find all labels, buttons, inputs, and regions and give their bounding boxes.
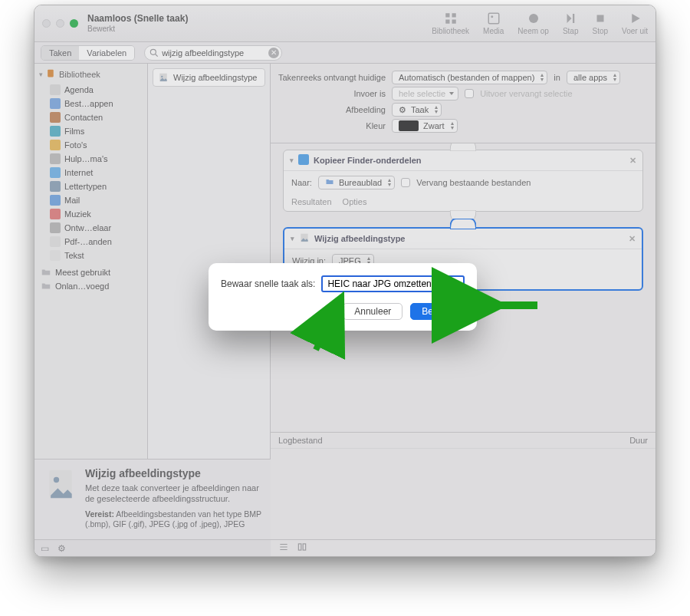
window-title: Naamloos (Snelle taak)	[87, 14, 188, 24]
output-replace-checkbox[interactable]	[465, 89, 474, 98]
replace-existing-checkbox[interactable]	[401, 178, 410, 187]
minimize-window-icon[interactable]	[56, 19, 64, 28]
app-icon	[50, 222, 61, 233]
library-item-photos[interactable]: Foto's	[38, 138, 144, 152]
app-icon	[50, 181, 61, 192]
workflow-step-copy-finder[interactable]: ▾ Kopieer Finder-onderdelen ✕ Naar: Bure…	[283, 150, 643, 212]
image-file-icon	[299, 232, 310, 245]
log-columns-icon[interactable]	[297, 542, 307, 555]
maximize-window-icon[interactable]	[70, 19, 78, 28]
folder-icon	[41, 267, 51, 278]
library-item-internet[interactable]: Internet	[38, 166, 144, 180]
app-icon	[50, 112, 61, 123]
library-item-fonts[interactable]: Lettertypen	[38, 180, 144, 193]
step-button[interactable]: Stap	[563, 12, 579, 35]
stop-button[interactable]: Stop	[593, 12, 609, 35]
svg-line-19	[316, 302, 339, 350]
hide-description-icon[interactable]: ▭	[41, 543, 51, 554]
log-col-duration: Duur	[629, 436, 648, 445]
run-button[interactable]: Voer uit	[622, 12, 648, 35]
library-item-recently-added[interactable]: Onlan…voegd	[38, 279, 144, 293]
finder-icon	[298, 154, 309, 166]
library-item-files[interactable]: Best…appen	[38, 97, 144, 110]
prop-receives-label: Takenreeks ontvangt huidige	[278, 73, 386, 82]
step-options-link[interactable]: Opties	[343, 197, 367, 206]
library-item-films[interactable]: Films	[38, 124, 144, 138]
library-item-developer[interactable]: Ontw…elaar	[38, 221, 144, 235]
step-icon	[564, 12, 577, 25]
image-select[interactable]: ⚙︎Taak▴▾	[392, 103, 442, 117]
svg-point-12	[161, 76, 163, 77]
search-input[interactable]	[144, 45, 282, 61]
disclosure-icon: ▾	[39, 71, 43, 78]
library-item-music[interactable]: Muziek	[38, 207, 144, 221]
svg-line-9	[156, 54, 158, 56]
remove-step-icon[interactable]: ✕	[629, 156, 636, 166]
receives-select[interactable]: Automatisch (bestanden of mappen)▴▾	[392, 71, 547, 84]
svg-rect-10	[48, 70, 54, 77]
log-list-icon[interactable]	[278, 542, 289, 555]
action-result-convert-image-type[interactable]: Wijzig afbeeldingstype	[153, 68, 265, 87]
svg-rect-7	[596, 15, 603, 22]
svg-rect-13	[298, 154, 309, 165]
cancel-button[interactable]: Annuleer	[343, 303, 402, 320]
close-window-icon[interactable]	[42, 19, 51, 28]
svg-rect-1	[452, 13, 455, 17]
prop-color-label: Kleur	[278, 121, 386, 130]
app-icon	[50, 153, 61, 164]
disclosure-icon[interactable]: ▾	[290, 156, 294, 164]
media-button[interactable]: Media	[483, 12, 504, 35]
svg-point-6	[529, 14, 538, 23]
step-title: Wijzig afbeeldingstype	[314, 234, 405, 243]
record-button[interactable]: Neem op	[518, 12, 549, 35]
image-file-large-icon	[44, 467, 77, 501]
gear-icon[interactable]: ⚙︎	[58, 543, 68, 554]
svg-rect-4	[488, 13, 499, 24]
library-item-pdf[interactable]: Pdf-…anden	[38, 235, 144, 249]
save-button[interactable]: Bewaar	[410, 303, 465, 320]
color-swatch-icon	[399, 120, 419, 131]
app-icon	[50, 140, 61, 150]
window-subtitle: Bewerkt	[87, 25, 188, 33]
library-button[interactable]: Bibliotheek	[432, 12, 469, 35]
app-icon	[50, 98, 61, 109]
library-item-text[interactable]: Tekst	[38, 249, 144, 262]
workflow-input-properties: Takenreeks ontvangt huidige Automatisch …	[271, 64, 656, 143]
clear-search-icon[interactable]: ✕	[268, 48, 279, 58]
library-item-contacts[interactable]: Contacten	[38, 110, 144, 124]
annotation-arrow-to-save	[487, 290, 540, 321]
color-select[interactable]: Zwart▴▾	[392, 119, 458, 133]
step-results-link[interactable]: Resultaten	[291, 197, 332, 206]
disclosure-icon[interactable]: ▾	[291, 235, 294, 242]
app-icon	[50, 195, 61, 206]
input-select[interactable]: hele selectie	[392, 87, 458, 100]
output-replace-label: Uitvoer vervangt selectie	[480, 89, 572, 98]
actions-variables-switch[interactable]: Taken Variabelen	[41, 45, 135, 61]
description-body: Met deze taak converteer je afbeeldingen…	[85, 483, 261, 505]
log-panel: Logbestand Duur	[271, 432, 656, 539]
library-item-most-used[interactable]: Meest gebruikt	[38, 265, 144, 279]
destination-select[interactable]: Bureaublad▴▾	[318, 176, 395, 189]
library-item-agenda[interactable]: Agenda	[38, 83, 144, 97]
library-item-utilities[interactable]: Hulp…ma's	[38, 152, 144, 166]
window-controls	[42, 19, 78, 28]
image-icon	[487, 12, 501, 25]
right-status-bar	[271, 539, 656, 556]
svg-point-16	[54, 477, 59, 483]
svg-rect-17	[298, 544, 301, 550]
search-icon	[149, 48, 159, 61]
svg-rect-18	[303, 544, 306, 550]
library-header[interactable]: ▾ Bibliotheek	[38, 67, 144, 83]
save-name-input[interactable]	[321, 275, 465, 292]
tab-actions[interactable]: Taken	[41, 46, 79, 60]
gear-icon: ⚙︎	[399, 105, 406, 115]
app-icon	[50, 250, 61, 261]
description-title: Wijzig afbeeldingstype	[85, 467, 261, 479]
prop-image-label: Afbeelding	[278, 105, 386, 114]
remove-step-icon[interactable]: ✕	[629, 234, 636, 244]
connector-in-icon	[450, 143, 476, 151]
tab-variables[interactable]: Variabelen	[79, 46, 134, 60]
library-item-mail[interactable]: Mail	[38, 193, 144, 207]
in-app-select[interactable]: alle apps▴▾	[567, 71, 620, 84]
play-icon	[628, 12, 642, 25]
